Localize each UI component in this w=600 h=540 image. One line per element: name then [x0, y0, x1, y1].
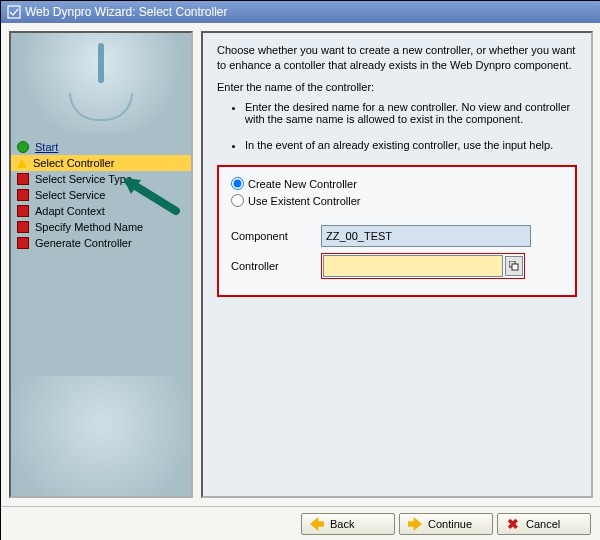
component-field [321, 225, 531, 247]
step-specify-method-name[interactable]: Specify Method Name [11, 219, 191, 235]
step-label: Specify Method Name [35, 221, 143, 233]
arrow-left-icon [310, 517, 324, 531]
window-title: Web Dynpro Wizard: Select Controller [25, 5, 228, 19]
step-select-controller[interactable]: Select Controller [11, 155, 191, 171]
radio-label: Create New Controller [248, 178, 357, 190]
app-icon [7, 5, 21, 19]
step-label: Adapt Context [35, 205, 105, 217]
status-pending-icon [17, 237, 29, 249]
step-label: Generate Controller [35, 237, 132, 249]
sidebar-decoration-top [11, 33, 191, 133]
status-pending-icon [17, 189, 29, 201]
step-adapt-context[interactable]: Adapt Context [11, 203, 191, 219]
step-generate-controller[interactable]: Generate Controller [11, 235, 191, 251]
component-label: Component [231, 230, 321, 242]
radio-label: Use Existent Controller [248, 195, 361, 207]
radio-use-existent-input[interactable] [231, 194, 244, 207]
button-label: Cancel [526, 518, 560, 530]
step-label: Select Service [35, 189, 105, 201]
status-current-icon [17, 159, 27, 168]
instruction-text-2: Enter the name of the controller: [217, 80, 577, 95]
back-button[interactable]: Back [301, 513, 395, 535]
bullet-item: Enter the desired name for a new control… [245, 101, 577, 125]
controller-value-help-button[interactable] [505, 256, 523, 276]
wizard-main: Choose whether you want to create a new … [201, 31, 593, 498]
arrow-right-icon [408, 517, 422, 531]
sidebar-decoration-bottom [11, 376, 191, 496]
titlebar: Web Dynpro Wizard: Select Controller [1, 1, 600, 23]
step-select-service-type[interactable]: Select Service Type [11, 171, 191, 187]
cancel-x-icon: ✖ [506, 517, 520, 531]
instruction-text-1: Choose whether you want to create a new … [217, 43, 577, 74]
instruction-bullets: Enter the desired name for a new control… [245, 101, 577, 151]
radio-create-new-input[interactable] [231, 177, 244, 190]
step-label: Start [35, 141, 58, 153]
step-label: Select Controller [33, 157, 114, 169]
button-label: Back [330, 518, 354, 530]
svg-rect-0 [8, 6, 20, 18]
status-pending-icon [17, 221, 29, 233]
radio-use-existent[interactable]: Use Existent Controller [231, 194, 563, 207]
step-select-service[interactable]: Select Service [11, 187, 191, 203]
controller-label: Controller [231, 260, 321, 272]
svg-rect-2 [512, 264, 518, 270]
controller-field[interactable] [323, 255, 503, 277]
step-label: Select Service Type [35, 173, 132, 185]
wizard-steps: Start Select Controller Select Service T… [11, 133, 191, 376]
cancel-button[interactable]: ✖ Cancel [497, 513, 591, 535]
value-help-icon [509, 261, 519, 271]
input-highlight-box: Create New Controller Use Existent Contr… [217, 165, 577, 297]
status-done-icon [17, 141, 29, 153]
radio-create-new[interactable]: Create New Controller [231, 177, 563, 190]
step-start[interactable]: Start [11, 139, 191, 155]
status-pending-icon [17, 205, 29, 217]
wizard-footer: Back Continue ✖ Cancel [1, 506, 600, 540]
wizard-sidebar: Start Select Controller Select Service T… [9, 31, 193, 498]
button-label: Continue [428, 518, 472, 530]
status-pending-icon [17, 173, 29, 185]
continue-button[interactable]: Continue [399, 513, 493, 535]
bullet-item: In the event of an already existing cont… [245, 139, 577, 151]
